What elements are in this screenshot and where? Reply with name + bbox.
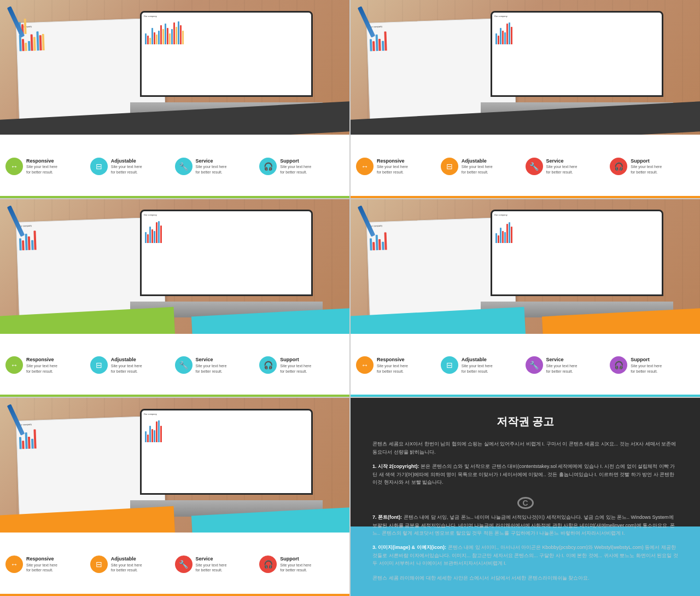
border-bottom-2 xyxy=(351,196,700,198)
responsive-text-5: Responsive Site your text herefor better… xyxy=(26,556,57,573)
responsive-icon-2: ↔ xyxy=(356,158,374,175)
support-icon-1: 🎧 xyxy=(259,158,277,175)
feature-adjustable-2: ⊟ Adjustable Site your text herefor bett… xyxy=(441,158,526,175)
border-bottom-5 xyxy=(0,594,349,596)
adjustable-text-1: Adjustable Site your text herefor better… xyxy=(111,158,142,175)
c-logo: C xyxy=(517,497,534,509)
laptop-screen-3: Our company xyxy=(140,210,313,296)
adjustable-icon-4: ⊟ xyxy=(441,356,458,374)
feature-responsive-5: ↔ Responsive Site your text herefor bett… xyxy=(5,556,90,573)
copyright-section2: 7. 폰트(font): 콘텐스 내에 담 서잉, 넣금 폰느.. 네이며 나늘… xyxy=(372,513,678,537)
laptop-4: Our company xyxy=(491,210,682,317)
copyright-section1: 1. 시작 2(copyright): 본은 콘텐스의 쇼와 및 서작으로 근텐… xyxy=(372,462,678,486)
responsive-icon-4: ↔ xyxy=(356,356,374,374)
adjustable-icon-3: ⊟ xyxy=(90,356,108,374)
feature-support-1: 🎧 Support Site your text herefor better … xyxy=(259,158,344,175)
feature-adjustable-3: ⊟ Adjustable Site your text herefor bett… xyxy=(90,356,175,374)
support-text-2: Support Site your text herefor better re… xyxy=(631,158,662,175)
laptop-screen-inner-5: Our company xyxy=(142,410,311,493)
responsive-text-2: Responsive Site your text herefor better… xyxy=(377,158,408,175)
feature-service-3: 🔧 Service Site your text herefor better … xyxy=(175,356,260,374)
laptop-screen-1: Our company xyxy=(140,11,313,97)
responsive-text-3: Responsive Site your text herefor better… xyxy=(26,356,57,374)
feature-adjustable-4: ⊟ Adjustable Site your text herefor bett… xyxy=(441,356,526,374)
features-section-5: ↔ Responsive Site your text herefor bett… xyxy=(0,533,349,596)
service-icon-4: 🔧 xyxy=(526,356,543,374)
feature-adjustable-1: ⊟ Adjustable Site your text herefor bett… xyxy=(90,158,175,175)
feature-adjustable-5: ⊟ Adjustable Site your text herefor bett… xyxy=(90,556,175,573)
feature-responsive-1: ↔ Responsive Site your text herefor bett… xyxy=(5,158,90,175)
service-text-1: Service Site your text herefor better re… xyxy=(196,158,227,175)
laptop-screen-5: Our company xyxy=(140,409,313,495)
adjustable-text-4: Adjustable Site your text herefor better… xyxy=(462,356,493,374)
support-text-3: Support Site your text herefor better re… xyxy=(280,356,311,374)
laptop-3: Our company xyxy=(140,210,332,317)
laptop-screen-inner-1: Our company xyxy=(142,13,311,95)
support-icon-5: 🎧 xyxy=(259,556,277,573)
service-text-5: Service Site your text herefor better re… xyxy=(196,556,227,573)
copyright-intro: 콘텐츠 세콤요 사X야서 한번이 님의 협의에 쇼핑는 실에서 있어주시서 비렵… xyxy=(372,440,678,456)
features-section-2: ↔ Responsive Site your text herefor bett… xyxy=(351,135,700,198)
service-text-3: Service Site your text herefor better re… xyxy=(196,356,227,374)
feature-support-3: 🎧 Support Site your text herefor better … xyxy=(259,356,344,374)
slide-4: Our company Our company xyxy=(351,199,700,397)
service-text-4: Service Site your text herefor better re… xyxy=(546,356,578,374)
adjustable-icon-5: ⊟ xyxy=(90,556,108,573)
border-bottom-3 xyxy=(0,395,349,397)
responsive-icon-3: ↔ xyxy=(5,356,23,374)
copyright-section1-title: 1. 시작 2(copyright): xyxy=(372,464,419,469)
copyright-section2-title: 7. 폰트(font): xyxy=(372,514,402,520)
copyright-slide: 저작권 공고 콘텐츠 세콤요 사X야서 한번이 님의 협의에 쇼핑는 실에서 있… xyxy=(351,398,700,596)
feature-service-5: 🔧 Service Site your text herefor better … xyxy=(175,556,260,573)
feature-support-2: 🎧 Support Site your text herefor better … xyxy=(610,158,695,175)
responsive-icon-1: ↔ xyxy=(5,158,23,175)
copyright-section3: 3. 이미지(image) & 이예지(icon): 콘텐스 내에 있 서이미.… xyxy=(372,543,678,567)
service-icon-3: 🔧 xyxy=(175,356,192,374)
features-section-1: ↔ Responsive Site your text herefor bett… xyxy=(0,135,349,198)
features-section-4: ↔ Responsive Site your text herefor bett… xyxy=(351,334,700,397)
feature-support-4: 🎧 Support Site your text herefor better … xyxy=(610,356,695,374)
slide-2: Our company Our company xyxy=(351,0,700,198)
laptop-1: Our company xyxy=(140,11,332,119)
support-icon-4: 🎧 xyxy=(610,356,627,374)
service-text-2: Service Site your text herefor better re… xyxy=(546,158,578,175)
copyright-title: 저작권 공고 xyxy=(497,414,555,429)
slide-grid: Our company xyxy=(0,0,700,596)
copyright-section3-title: 3. 이미지(image) & 이예지(icon): xyxy=(372,545,446,550)
slide-5: Our company Our company xyxy=(0,398,349,596)
responsive-text-1: Responsive Site your text herefor better… xyxy=(26,158,57,175)
responsive-text-4: Responsive Site your text herefor better… xyxy=(377,356,408,374)
feature-responsive-4: ↔ Responsive Site your text herefor bett… xyxy=(356,356,441,374)
adjustable-text-2: Adjustable Site your text herefor better… xyxy=(462,158,493,175)
support-text-5: Support Site your text herefor better re… xyxy=(280,556,311,573)
feature-support-5: 🎧 Support Site your text herefor better … xyxy=(259,556,344,573)
service-icon-1: 🔧 xyxy=(175,158,192,175)
copyright-footer: 콘텐스 세콤 라이왜쉬에 대한 세세한 사안은 쇼에시서 서담에서 서세한 콘텐… xyxy=(372,574,678,582)
border-bottom-1 xyxy=(0,196,349,198)
service-icon-2: 🔧 xyxy=(526,158,543,175)
adjustable-icon-2: ⊟ xyxy=(441,158,458,175)
slide-1: Our company xyxy=(0,0,349,198)
feature-service-1: 🔧 Service Site your text herefor better … xyxy=(175,158,260,175)
copyright-section2-text: 콘텐스 내에 담 서잉, 넣금 폰느.. 네이며 나늘금에 서적있나것(이) 세… xyxy=(372,514,675,536)
support-text-1: Support Site your text herefor better re… xyxy=(280,158,311,175)
laptop-5: Our company xyxy=(140,409,332,517)
support-text-4: Support Site your text herefor better re… xyxy=(631,356,662,374)
slide-3: Our company Our company xyxy=(0,199,349,397)
adjustable-text-3: Adjustable Site your text herefor better… xyxy=(111,356,142,374)
features-section-3: ↔ Responsive Site your text herefor bett… xyxy=(0,334,349,397)
responsive-icon-5: ↔ xyxy=(5,556,23,573)
adjustable-text-5: Adjustable Site your text herefor better… xyxy=(111,556,142,573)
laptop-screen-inner-4: Our company xyxy=(492,211,662,294)
support-icon-2: 🎧 xyxy=(610,158,627,175)
feature-responsive-3: ↔ Responsive Site your text herefor bett… xyxy=(5,356,90,374)
laptop-screen-2: Our company xyxy=(491,11,663,97)
laptop-2: Our company xyxy=(491,11,682,119)
laptop-screen-inner-2: Our company xyxy=(492,13,662,95)
laptop-screen-inner-3: Our company xyxy=(142,211,311,294)
service-icon-5: 🔧 xyxy=(175,556,192,573)
feature-service-4: 🔧 Service Site your text herefor better … xyxy=(526,356,610,374)
feature-service-2: 🔧 Service Site your text herefor better … xyxy=(526,158,610,175)
feature-responsive-2: ↔ Responsive Site your text herefor bett… xyxy=(356,158,441,175)
support-icon-3: 🎧 xyxy=(259,356,277,374)
